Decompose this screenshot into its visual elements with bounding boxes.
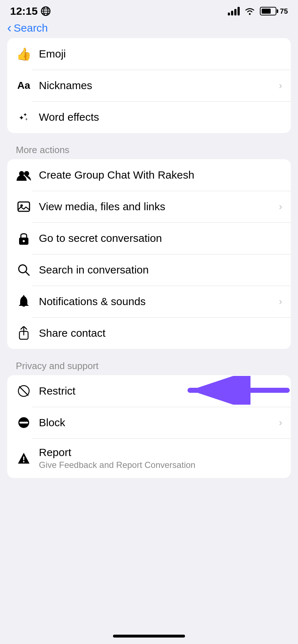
notifications-chevron-icon: › [279, 296, 282, 307]
svg-rect-25 [23, 456, 24, 460]
search-conversation-label: Search in conversation [39, 264, 149, 276]
share-contact-item[interactable]: Share contact [7, 317, 291, 349]
svg-rect-24 [19, 422, 28, 424]
wifi-icon [244, 7, 256, 15]
search-conversation-item[interactable]: Search in conversation [7, 254, 291, 286]
privacy-support-header: Privacy and support [7, 354, 291, 375]
nicknames-label: Nicknames [39, 79, 92, 91]
svg-point-12 [21, 204, 23, 207]
word-effects-item[interactable]: ✦ ✦ + Word effects [7, 101, 291, 133]
report-subtitle: Give Feedback and Report Conversation [39, 460, 282, 470]
svg-point-10 [24, 171, 29, 176]
share-contact-label: Share contact [39, 327, 105, 339]
notifications-item[interactable]: Notifications & sounds › [7, 286, 291, 317]
back-label: Search [14, 22, 48, 34]
block-icon [16, 415, 32, 431]
search-icon [16, 262, 32, 278]
bell-icon [16, 294, 32, 309]
home-indicator [113, 635, 185, 638]
view-media-item[interactable]: View media, files and links › [7, 191, 291, 222]
svg-line-16 [26, 272, 29, 275]
create-group-item[interactable]: Create Group Chat With Rakesh [7, 159, 291, 191]
secret-conversation-item[interactable]: Go to secret conversation [7, 222, 291, 254]
view-media-label: View media, files and links [39, 201, 165, 212]
view-media-chevron-icon: › [279, 201, 282, 212]
main-content: 👍 Emoji Aa Nicknames › ✦ ✦ + [0, 38, 298, 478]
create-group-label: Create Group Chat With Rakesh [39, 169, 194, 181]
block-chevron-icon: › [279, 417, 282, 428]
nicknames-item[interactable]: Aa Nicknames › [7, 70, 291, 101]
back-nav[interactable]: ‹ Search [0, 20, 298, 38]
battery-indicator: 75 [260, 7, 288, 15]
report-label: Report [39, 446, 71, 458]
svg-line-20 [19, 387, 28, 395]
back-chevron-icon: ‹ [7, 22, 12, 34]
section-card-1: 👍 Emoji Aa Nicknames › ✦ ✦ + [7, 38, 291, 133]
more-actions-header: More actions [7, 138, 291, 159]
report-item[interactable]: Report Give Feedback and Report Conversa… [7, 438, 291, 478]
svg-point-26 [23, 461, 24, 463]
block-label: Block [39, 417, 65, 428]
section-card-3: Restrict [7, 375, 291, 478]
word-effects-label: Word effects [39, 111, 99, 123]
svg-point-14 [23, 240, 25, 242]
status-bar: 12:15 75 [0, 0, 298, 20]
nicknames-chevron-icon: › [279, 80, 282, 91]
restrict-label: Restrict [39, 385, 76, 397]
status-time: 12:15 [10, 5, 51, 17]
media-icon [16, 199, 32, 215]
restrict-icon [16, 383, 32, 399]
lock-icon [16, 230, 32, 246]
svg-text:+: + [25, 117, 28, 122]
nicknames-icon: Aa [16, 78, 32, 93]
warning-icon [16, 450, 32, 466]
block-item[interactable]: Block › [7, 407, 291, 438]
emoji-label: Emoji [39, 48, 66, 60]
word-effects-icon: ✦ ✦ + [16, 109, 32, 125]
thumbsup-icon: 👍 [16, 46, 32, 62]
share-icon [16, 325, 32, 341]
notifications-label: Notifications & sounds [39, 295, 146, 307]
globe-icon [41, 6, 51, 16]
restrict-item[interactable]: Restrict [7, 375, 291, 407]
signal-icon [228, 7, 240, 15]
status-icons: 75 [228, 7, 288, 15]
group-icon [16, 167, 32, 183]
secret-conversation-label: Go to secret conversation [39, 232, 162, 244]
svg-point-5 [249, 13, 250, 15]
emoji-item[interactable]: 👍 Emoji [7, 38, 291, 70]
svg-rect-11 [18, 202, 30, 211]
section-card-2: Create Group Chat With Rakesh View media… [7, 159, 291, 349]
